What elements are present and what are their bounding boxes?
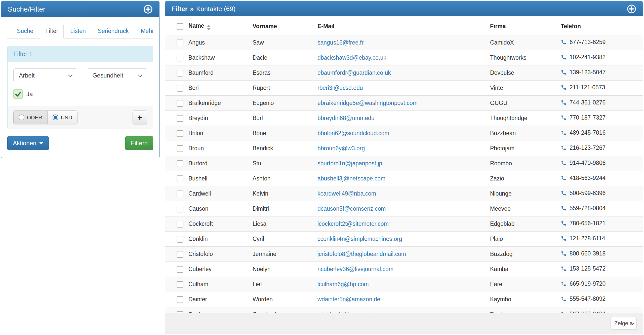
phone-link[interactable]: 102-241-9382: [561, 54, 606, 61]
cell-name: Burford: [186, 156, 250, 171]
email-link[interactable]: bbrilon62@soundcloud.com: [317, 130, 389, 136]
email-link[interactable]: bbreydin68@umn.edu: [317, 115, 375, 121]
phone-number: 665-919-9720: [570, 280, 606, 287]
email-link[interactable]: bbroun6y@w3.org: [317, 145, 365, 152]
phone-link[interactable]: 555-547-8092: [561, 295, 606, 302]
row-checkbox[interactable]: [177, 55, 183, 61]
email-link[interactable]: rberi3i@ucsd.edu: [317, 85, 363, 91]
email-link[interactable]: abushell3j@netscape.com: [317, 175, 385, 182]
phone-link[interactable]: 121-278-6114: [561, 235, 605, 242]
filter-ja-checkbox[interactable]: [13, 89, 23, 99]
operator-oder-radio[interactable]: ODER: [13, 110, 47, 124]
email-link[interactable]: cconklin4n@simplemachines.org: [317, 236, 402, 242]
phone-link[interactable]: 914-470-9806: [561, 160, 606, 166]
row-checkbox[interactable]: [177, 85, 183, 92]
phone-number: 559-728-0804: [570, 205, 606, 212]
phone-number: 744-361-0276: [570, 99, 606, 106]
email-link[interactable]: wdainter5n@amazon.de: [317, 296, 380, 303]
filter-field-select[interactable]: Arbeit: [13, 68, 77, 82]
contacts-tbody: Angus Saw sangus16@free.fr CamidoX 677-7…: [165, 35, 643, 313]
page-size-select[interactable]: Zeige a: [611, 317, 637, 330]
phone-number: 489-245-7016: [570, 129, 606, 136]
column-header-firma[interactable]: Firma: [488, 16, 558, 35]
phone-link[interactable]: 500-599-6396: [561, 190, 606, 197]
row-checkbox[interactable]: [177, 100, 183, 107]
row-checkbox[interactable]: [177, 236, 183, 243]
cell-vorname: Kelvin: [250, 186, 315, 201]
tab-listen[interactable]: Listen: [65, 24, 91, 39]
aktionen-dropdown-button[interactable]: Aktionen: [7, 136, 49, 150]
column-header-telefon[interactable]: Telefon: [558, 16, 643, 35]
email-link[interactable]: dbackshaw3d@ebay.co.uk: [317, 54, 386, 61]
row-checkbox[interactable]: [177, 296, 183, 303]
column-header-name[interactable]: Name: [186, 16, 250, 35]
phone-link[interactable]: 567-627-8404: [561, 311, 606, 313]
email-link[interactable]: sangus16@free.fr: [317, 39, 364, 46]
row-checkbox[interactable]: [177, 206, 183, 212]
email-link[interactable]: sburford1n@japanpost.jp: [317, 160, 382, 167]
add-filter-set-icon[interactable]: [143, 5, 153, 14]
phone-icon: [561, 175, 567, 181]
phone-link[interactable]: 139-123-5047: [561, 69, 606, 76]
contacts-panel: Filter » Kontakte (69) Name: [165, 1, 643, 334]
email-link[interactable]: lcockcroft2t@sitemeter.com: [317, 220, 389, 227]
tab-mehr[interactable]: Mehr: [135, 24, 159, 39]
column-header-email[interactable]: E-Mail: [315, 16, 488, 35]
cell-name: Cockcroft: [186, 216, 250, 232]
email-link[interactable]: jcristofolo8@theglobeandmail.com: [317, 251, 406, 257]
row-checkbox[interactable]: [177, 115, 183, 122]
phone-link[interactable]: 216-123-7267: [561, 144, 606, 151]
row-checkbox[interactable]: [177, 160, 183, 167]
phone-icon: [561, 115, 567, 121]
row-checkbox[interactable]: [177, 145, 183, 152]
email-link[interactable]: cdavley4d@mapquest.com: [317, 311, 387, 313]
column-header-vorname[interactable]: Vorname: [250, 16, 315, 35]
row-checkbox[interactable]: [177, 70, 183, 77]
filtern-button[interactable]: Filtern: [125, 136, 153, 150]
phone-link[interactable]: 800-660-3918: [561, 250, 606, 257]
email-link[interactable]: ebaumfordr@guardian.co.uk: [317, 69, 391, 76]
phone-link[interactable]: 489-245-7016: [561, 129, 606, 136]
row-checkbox[interactable]: [177, 281, 183, 288]
row-checkbox[interactable]: [177, 191, 183, 197]
cell-vorname: Saw: [250, 35, 315, 50]
row-checkbox[interactable]: [177, 175, 183, 182]
phone-link[interactable]: 780-656-1821: [561, 220, 606, 227]
add-contact-icon[interactable]: [627, 4, 636, 14]
phone-link[interactable]: 665-919-9720: [561, 280, 606, 287]
phone-link[interactable]: 559-728-0804: [561, 205, 606, 212]
email-link[interactable]: kcardwell49@nba.com: [317, 190, 376, 197]
phone-link[interactable]: 153-125-5472: [561, 265, 606, 272]
phone-link[interactable]: 744-361-0276: [561, 99, 606, 106]
cell-vorname: Esdras: [250, 65, 315, 81]
select-all-checkbox[interactable]: [177, 23, 183, 30]
phone-link[interactable]: 677-713-6259: [561, 39, 606, 46]
row-checkbox[interactable]: [177, 130, 183, 137]
cell-vorname: Bendick: [250, 141, 315, 156]
cell-firma: Nlounge: [488, 186, 558, 201]
row-checkbox[interactable]: [177, 221, 183, 228]
row-checkbox[interactable]: [177, 251, 183, 258]
filter-value-select[interactable]: Gesundheit: [87, 68, 147, 82]
email-link[interactable]: lculham6g@hp.com: [317, 281, 369, 287]
add-condition-button[interactable]: +: [133, 110, 147, 124]
chevron-down-icon: [138, 72, 142, 77]
operator-und-radio[interactable]: UND: [47, 110, 78, 124]
tab-seriendruck[interactable]: Seriendruck: [92, 24, 134, 39]
phone-link[interactable]: 770-187-7327: [561, 114, 606, 121]
phone-number: 800-660-3918: [570, 250, 606, 257]
phone-link[interactable]: 418-563-9244: [561, 175, 606, 181]
cell-vorname: Liesa: [250, 216, 315, 232]
cell-firma: GUGU: [488, 96, 558, 111]
cell-firma: CamidoX: [488, 35, 558, 50]
row-checkbox[interactable]: [177, 266, 183, 273]
cell-firma: Zazio: [488, 171, 558, 186]
row-checkbox[interactable]: [177, 40, 183, 46]
contacts-table: Name Vorname E-Mail Firma Telefon Angus …: [165, 16, 643, 313]
tab-suche[interactable]: Suche: [11, 24, 39, 39]
email-link[interactable]: dcauson5f@comsenz.com: [317, 205, 386, 212]
phone-link[interactable]: 211-121-0573: [561, 84, 605, 91]
tab-filter[interactable]: Filter: [40, 24, 64, 39]
email-link[interactable]: ebraikenridge5e@washingtonpost.com: [317, 100, 418, 106]
email-link[interactable]: ncuberley36@livejournal.com: [317, 266, 393, 272]
